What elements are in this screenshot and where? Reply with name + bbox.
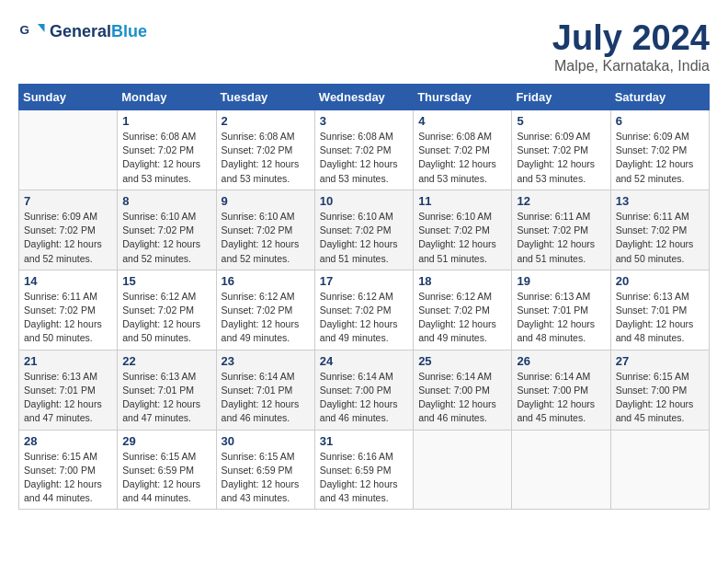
day-info: Sunrise: 6:09 AMSunset: 7:02 PMDaylight:…	[517, 130, 605, 186]
day-cell: 7Sunrise: 6:09 AMSunset: 7:02 PMDaylight…	[19, 190, 118, 270]
day-number: 11	[418, 194, 506, 208]
day-number: 5	[517, 114, 605, 128]
day-cell: 12Sunrise: 6:11 AMSunset: 7:02 PMDayligh…	[512, 190, 610, 270]
day-cell: 11Sunrise: 6:10 AMSunset: 7:02 PMDayligh…	[414, 190, 512, 270]
day-info: Sunrise: 6:15 AMSunset: 7:00 PMDaylight:…	[24, 450, 112, 506]
day-info: Sunrise: 6:15 AMSunset: 7:00 PMDaylight:…	[616, 370, 704, 426]
day-info: Sunrise: 6:15 AMSunset: 6:59 PMDaylight:…	[222, 450, 310, 506]
day-info: Sunrise: 6:14 AMSunset: 7:00 PMDaylight:…	[418, 370, 506, 426]
day-number: 16	[222, 274, 310, 288]
day-info: Sunrise: 6:14 AMSunset: 7:00 PMDaylight:…	[517, 370, 605, 426]
day-number: 19	[517, 274, 605, 288]
day-info: Sunrise: 6:09 AMSunset: 7:02 PMDaylight:…	[24, 210, 112, 266]
day-number: 30	[222, 434, 310, 448]
day-cell: 4Sunrise: 6:08 AMSunset: 7:02 PMDaylight…	[414, 110, 512, 190]
day-cell: 23Sunrise: 6:14 AMSunset: 7:01 PMDayligh…	[216, 350, 314, 430]
svg-marker-2	[38, 24, 45, 32]
day-cell: 19Sunrise: 6:13 AMSunset: 7:01 PMDayligh…	[512, 270, 610, 350]
logo-icon: G	[18, 18, 46, 46]
week-row-2: 7Sunrise: 6:09 AMSunset: 7:02 PMDaylight…	[19, 190, 710, 270]
day-cell: 2Sunrise: 6:08 AMSunset: 7:02 PMDaylight…	[216, 110, 314, 190]
day-cell: 1Sunrise: 6:08 AMSunset: 7:02 PMDaylight…	[118, 110, 216, 190]
day-cell	[610, 430, 709, 510]
day-number: 1	[122, 114, 210, 128]
day-number: 22	[122, 354, 210, 368]
day-number: 15	[122, 274, 210, 288]
day-info: Sunrise: 6:13 AMSunset: 7:01 PMDaylight:…	[24, 370, 112, 426]
day-info: Sunrise: 6:14 AMSunset: 7:00 PMDaylight:…	[320, 370, 408, 426]
day-cell: 15Sunrise: 6:12 AMSunset: 7:02 PMDayligh…	[118, 270, 216, 350]
day-info: Sunrise: 6:10 AMSunset: 7:02 PMDaylight:…	[122, 210, 210, 266]
day-cell	[414, 430, 512, 510]
day-cell	[512, 430, 610, 510]
day-number: 6	[616, 114, 704, 128]
day-number: 29	[122, 434, 210, 448]
day-cell: 26Sunrise: 6:14 AMSunset: 7:00 PMDayligh…	[512, 350, 610, 430]
day-info: Sunrise: 6:15 AMSunset: 6:59 PMDaylight:…	[122, 450, 210, 506]
day-cell: 16Sunrise: 6:12 AMSunset: 7:02 PMDayligh…	[216, 270, 314, 350]
weekday-header-row: SundayMondayTuesdayWednesdayThursdayFrid…	[19, 85, 710, 110]
day-info: Sunrise: 6:12 AMSunset: 7:02 PMDaylight:…	[222, 290, 310, 346]
day-info: Sunrise: 6:08 AMSunset: 7:02 PMDaylight:…	[122, 130, 210, 186]
day-cell: 5Sunrise: 6:09 AMSunset: 7:02 PMDaylight…	[512, 110, 610, 190]
day-info: Sunrise: 6:12 AMSunset: 7:02 PMDaylight:…	[320, 290, 408, 346]
page-header: G GeneralBlue July 2024 Malpe, Karnataka…	[18, 18, 710, 75]
day-number: 12	[517, 194, 605, 208]
day-cell: 27Sunrise: 6:15 AMSunset: 7:00 PMDayligh…	[610, 350, 709, 430]
day-number: 14	[24, 274, 112, 288]
day-cell: 14Sunrise: 6:11 AMSunset: 7:02 PMDayligh…	[19, 270, 118, 350]
day-info: Sunrise: 6:10 AMSunset: 7:02 PMDaylight:…	[222, 210, 310, 266]
day-info: Sunrise: 6:11 AMSunset: 7:02 PMDaylight:…	[517, 210, 605, 266]
day-cell: 22Sunrise: 6:13 AMSunset: 7:01 PMDayligh…	[118, 350, 216, 430]
day-cell: 18Sunrise: 6:12 AMSunset: 7:02 PMDayligh…	[414, 270, 512, 350]
day-info: Sunrise: 6:12 AMSunset: 7:02 PMDaylight:…	[418, 290, 506, 346]
day-info: Sunrise: 6:09 AMSunset: 7:02 PMDaylight:…	[616, 130, 704, 186]
day-number: 17	[320, 274, 408, 288]
svg-text:G: G	[20, 23, 30, 37]
day-number: 27	[616, 354, 704, 368]
day-cell: 28Sunrise: 6:15 AMSunset: 7:00 PMDayligh…	[19, 430, 118, 510]
day-number: 25	[418, 354, 506, 368]
day-cell: 31Sunrise: 6:16 AMSunset: 6:59 PMDayligh…	[314, 430, 413, 510]
week-row-1: 1Sunrise: 6:08 AMSunset: 7:02 PMDaylight…	[19, 110, 710, 190]
week-row-4: 21Sunrise: 6:13 AMSunset: 7:01 PMDayligh…	[19, 350, 710, 430]
day-cell: 10Sunrise: 6:10 AMSunset: 7:02 PMDayligh…	[314, 190, 413, 270]
day-info: Sunrise: 6:11 AMSunset: 7:02 PMDaylight:…	[616, 210, 704, 266]
day-cell: 29Sunrise: 6:15 AMSunset: 6:59 PMDayligh…	[118, 430, 216, 510]
day-cell: 24Sunrise: 6:14 AMSunset: 7:00 PMDayligh…	[314, 350, 413, 430]
day-info: Sunrise: 6:16 AMSunset: 6:59 PMDaylight:…	[320, 450, 408, 506]
day-number: 28	[24, 434, 112, 448]
day-info: Sunrise: 6:10 AMSunset: 7:02 PMDaylight:…	[418, 210, 506, 266]
day-number: 21	[24, 354, 112, 368]
day-number: 2	[222, 114, 310, 128]
week-row-3: 14Sunrise: 6:11 AMSunset: 7:02 PMDayligh…	[19, 270, 710, 350]
month-year: July 2024	[552, 18, 710, 58]
day-number: 18	[418, 274, 506, 288]
day-info: Sunrise: 6:10 AMSunset: 7:02 PMDaylight:…	[320, 210, 408, 266]
day-number: 31	[320, 434, 408, 448]
day-number: 23	[222, 354, 310, 368]
day-cell: 25Sunrise: 6:14 AMSunset: 7:00 PMDayligh…	[414, 350, 512, 430]
logo: G GeneralBlue	[18, 18, 147, 46]
week-row-5: 28Sunrise: 6:15 AMSunset: 7:00 PMDayligh…	[19, 430, 710, 510]
day-number: 7	[24, 194, 112, 208]
day-cell: 6Sunrise: 6:09 AMSunset: 7:02 PMDaylight…	[610, 110, 709, 190]
day-cell	[19, 110, 118, 190]
day-info: Sunrise: 6:08 AMSunset: 7:02 PMDaylight:…	[320, 130, 408, 186]
day-number: 9	[222, 194, 310, 208]
day-info: Sunrise: 6:14 AMSunset: 7:01 PMDaylight:…	[222, 370, 310, 426]
weekday-monday: Monday	[118, 85, 216, 110]
weekday-wednesday: Wednesday	[314, 85, 413, 110]
day-info: Sunrise: 6:08 AMSunset: 7:02 PMDaylight:…	[418, 130, 506, 186]
day-number: 20	[616, 274, 704, 288]
logo-text: GeneralBlue	[50, 22, 147, 42]
day-number: 24	[320, 354, 408, 368]
title-section: July 2024 Malpe, Karnataka, India	[552, 18, 710, 75]
day-number: 10	[320, 194, 408, 208]
weekday-saturday: Saturday	[610, 85, 709, 110]
day-info: Sunrise: 6:11 AMSunset: 7:02 PMDaylight:…	[24, 290, 112, 346]
day-info: Sunrise: 6:13 AMSunset: 7:01 PMDaylight:…	[122, 370, 210, 426]
weekday-sunday: Sunday	[19, 85, 118, 110]
day-cell: 3Sunrise: 6:08 AMSunset: 7:02 PMDaylight…	[314, 110, 413, 190]
calendar-table: SundayMondayTuesdayWednesdayThursdayFrid…	[18, 84, 710, 510]
